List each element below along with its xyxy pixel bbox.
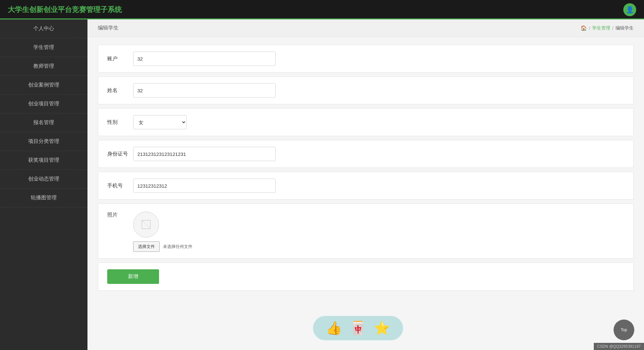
sidebar-item-student-management[interactable]: 学生管理 — [0, 38, 87, 57]
submit-card: 新增 — [98, 262, 634, 291]
photo-preview — [133, 212, 159, 238]
name-input[interactable] — [133, 83, 276, 98]
mahjong-icon: 🀄 — [350, 321, 366, 336]
svg-line-1 — [142, 220, 150, 229]
id-label: 身份证号 — [107, 151, 133, 158]
sidebar-item-project-category-management[interactable]: 项目分类管理 — [0, 132, 87, 151]
header: 大学生创新创业平台竞赛管理子系统 👤 — [0, 0, 644, 19]
account-label: 账户 — [107, 55, 133, 62]
broken-image-icon — [141, 220, 151, 229]
page-title: 编辑学生 — [98, 25, 119, 31]
phone-input[interactable] — [133, 179, 276, 193]
photo-label: 照片 — [107, 212, 133, 218]
sidebar-item-banner-management[interactable]: 轮播图管理 — [0, 189, 87, 207]
gender-field-row: 性别 女 男 — [98, 108, 634, 136]
choose-file-button[interactable]: 选择文件 — [133, 241, 160, 252]
phone-label: 手机号 — [107, 182, 133, 189]
account-field-row: 账户 — [98, 45, 634, 73]
sidebar-item-registration-management[interactable]: 报名管理 — [0, 113, 87, 132]
phone-field-row: 手机号 — [98, 172, 634, 200]
app-title: 大学生创新创业平台竞赛管理子系统 — [8, 5, 122, 15]
star-icon: ⭐ — [374, 321, 390, 336]
id-field-row: 身份证号 — [98, 140, 634, 168]
gender-select[interactable]: 女 男 — [133, 115, 187, 129]
breadcrumb-bar: 编辑学生 🏠 / 学生管理 / 编辑学生 — [87, 19, 644, 37]
name-field-row: 姓名 — [98, 76, 634, 104]
no-file-text: 未选择任何文件 — [163, 244, 192, 250]
top-button[interactable]: Top — [614, 320, 634, 340]
photo-container: 选择文件 未选择任何文件 — [133, 212, 192, 252]
photo-field-row: 照片 选择文件 未选择任何文件 — [98, 204, 634, 259]
csdn-bar: CSDN @QQ3295391197 — [594, 343, 644, 350]
layout: 个人中心 学生管理 教师管理 创业案例管理 创业项目管理 报名管理 项目分类管理… — [0, 19, 644, 350]
thumbs-up-icon: 👍 — [326, 321, 342, 336]
home-icon[interactable]: 🏠 — [581, 25, 587, 31]
photo-upload-row: 选择文件 未选择任何文件 — [133, 241, 192, 252]
breadcrumb-current: 编辑学生 — [615, 25, 634, 31]
form-area: 账户 姓名 性别 女 男 身份证号 — [87, 37, 644, 302]
avatar[interactable]: 👤 — [623, 3, 636, 16]
breadcrumb-student-management[interactable]: 学生管理 — [592, 25, 610, 31]
top-button-label: Top — [621, 328, 627, 332]
main-content: 编辑学生 🏠 / 学生管理 / 编辑学生 账户 姓名 性 — [87, 19, 644, 350]
sidebar-item-award-management[interactable]: 获奖项目管理 — [0, 151, 87, 170]
name-label: 姓名 — [107, 87, 133, 94]
sidebar-item-startup-case-management[interactable]: 创业案例管理 — [0, 76, 87, 95]
gender-label: 性别 — [107, 119, 133, 126]
breadcrumb: 🏠 / 学生管理 / 编辑学生 — [581, 25, 634, 31]
sidebar-item-startup-project-management[interactable]: 创业项目管理 — [0, 95, 87, 113]
sidebar-item-personal-center[interactable]: 个人中心 — [0, 19, 87, 38]
avatar-icon: 👤 — [626, 6, 634, 14]
id-input[interactable] — [133, 147, 276, 161]
sidebar: 个人中心 学生管理 教师管理 创业案例管理 创业项目管理 报名管理 项目分类管理… — [0, 19, 87, 350]
submit-button[interactable]: 新增 — [107, 269, 159, 284]
sidebar-item-teacher-management[interactable]: 教师管理 — [0, 57, 87, 76]
account-input[interactable] — [133, 52, 276, 66]
floating-banner: 👍 🀄 ⭐ — [313, 316, 403, 340]
sidebar-item-startup-dynamic-management[interactable]: 创业动态管理 — [0, 170, 87, 189]
